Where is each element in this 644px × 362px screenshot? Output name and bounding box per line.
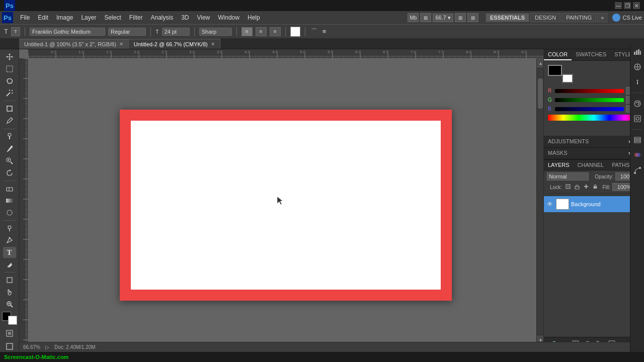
eyedropper-tool[interactable] bbox=[3, 115, 16, 126]
masks-icon[interactable] bbox=[632, 113, 643, 124]
menu-help[interactable]: Help bbox=[244, 13, 264, 23]
adjustments-tab[interactable]: ADJUSTMENTS bbox=[544, 136, 593, 147]
red-slider[interactable] bbox=[555, 89, 624, 93]
histogram-icon[interactable] bbox=[632, 46, 643, 57]
menu-view[interactable]: View bbox=[193, 13, 214, 23]
aa-method-select[interactable]: Sharp bbox=[199, 28, 232, 36]
tab-untitled1[interactable]: Untitled-1 @ 100% (3.5" x 2", RGB/8) ✕ bbox=[19, 39, 129, 49]
more-workspaces-button[interactable]: » bbox=[597, 13, 607, 22]
menu-file[interactable]: File bbox=[16, 13, 34, 23]
fg-bg-swatches[interactable] bbox=[548, 65, 573, 83]
layers-icon[interactable] bbox=[632, 135, 643, 146]
align-center-button[interactable]: ≡ bbox=[256, 27, 267, 36]
menu-select[interactable]: Select bbox=[100, 13, 125, 23]
lasso-tool[interactable] bbox=[3, 75, 16, 86]
warp-text-button[interactable]: ⌒ bbox=[310, 26, 318, 37]
vertical-scrollbar[interactable]: ▴ ▾ bbox=[536, 58, 543, 345]
document-canvas[interactable] bbox=[120, 110, 452, 301]
menu-window[interactable]: Window bbox=[214, 13, 244, 23]
zoom-tool[interactable] bbox=[3, 299, 16, 310]
canvas-area[interactable]: (function() { var svg = document.current… bbox=[19, 49, 543, 352]
minimize-button[interactable]: — bbox=[615, 2, 622, 9]
shape-tool[interactable] bbox=[3, 275, 16, 286]
fg-color-box[interactable] bbox=[548, 65, 562, 76]
canvas-inner[interactable] bbox=[131, 121, 441, 290]
info-icon[interactable] bbox=[632, 76, 643, 87]
tab-untitled2[interactable]: Untitled-2 @ 66.7% (CMYK/8) ✕ bbox=[129, 39, 220, 49]
clone-stamp-tool[interactable] bbox=[3, 155, 16, 166]
scroll-up-button[interactable]: ▴ bbox=[537, 58, 543, 68]
align-left-button[interactable]: ≡ bbox=[242, 27, 253, 36]
dodge-tool[interactable] bbox=[3, 223, 16, 234]
align-right-button[interactable]: ≡ bbox=[270, 27, 281, 36]
menu-image[interactable]: Image bbox=[52, 13, 77, 23]
screen-mode-button[interactable] bbox=[3, 341, 16, 352]
v-scroll-thumb[interactable] bbox=[538, 78, 543, 109]
crop-tool[interactable] bbox=[3, 103, 16, 114]
font-style-select[interactable]: Regular bbox=[108, 28, 146, 36]
color-swatches[interactable] bbox=[2, 312, 17, 325]
move-tool[interactable] bbox=[3, 51, 16, 62]
gradient-tool[interactable] bbox=[3, 195, 16, 206]
healing-tool[interactable] bbox=[3, 131, 16, 142]
toolbar-icon-3[interactable]: ⊞ bbox=[455, 13, 466, 22]
brush-tool[interactable] bbox=[3, 143, 16, 154]
swatches-tab[interactable]: SWATCHES bbox=[572, 49, 610, 60]
close-button[interactable]: ✕ bbox=[633, 2, 640, 9]
marquee-tool[interactable] bbox=[3, 63, 16, 74]
titlebar-controls[interactable]: — ❐ ✕ bbox=[615, 2, 640, 9]
blur-tool[interactable] bbox=[3, 207, 16, 218]
svg-text:4.0: 4.0 bbox=[245, 50, 251, 54]
blue-slider[interactable] bbox=[555, 107, 624, 111]
background-color[interactable] bbox=[8, 316, 17, 325]
layer-row-background[interactable]: 👁 Background 🔒 bbox=[544, 196, 644, 212]
paths-icon[interactable] bbox=[632, 165, 643, 176]
magic-wand-tool[interactable] bbox=[3, 87, 16, 99]
restore-button[interactable]: ❐ bbox=[624, 2, 631, 9]
green-slider[interactable] bbox=[555, 98, 624, 102]
design-button[interactable]: DESIGN bbox=[530, 13, 560, 22]
masks-tab[interactable]: MASKS bbox=[544, 148, 572, 159]
type-options-icon[interactable]: T bbox=[11, 27, 20, 36]
lock-all-icon[interactable] bbox=[592, 184, 598, 191]
history-brush-tool[interactable] bbox=[3, 167, 16, 178]
channels-icon[interactable] bbox=[632, 150, 643, 161]
menu-layer[interactable]: Layer bbox=[77, 13, 100, 23]
toolbar-icon-4[interactable]: ⊞ bbox=[467, 13, 478, 22]
lock-image-icon[interactable] bbox=[574, 184, 580, 191]
menu-filter[interactable]: Filter bbox=[125, 13, 147, 23]
menu-edit[interactable]: Edit bbox=[34, 13, 52, 23]
layers-tab[interactable]: LAYERS bbox=[544, 160, 574, 170]
quick-mask-button[interactable] bbox=[3, 328, 16, 339]
hand-tool[interactable] bbox=[3, 287, 16, 298]
font-size-select[interactable]: 24 pt bbox=[162, 28, 190, 36]
lock-position-icon[interactable] bbox=[583, 184, 589, 191]
font-family-select[interactable]: Franklin Gothic Medium bbox=[30, 28, 105, 36]
path-selection-tool[interactable] bbox=[3, 259, 16, 270]
tab-close-1[interactable]: ✕ bbox=[119, 41, 123, 47]
channels-tab[interactable]: CHANNEL bbox=[574, 160, 608, 170]
layer-visibility-icon[interactable]: 👁 bbox=[547, 201, 554, 208]
cs-live-button[interactable]: CS Live bbox=[622, 15, 642, 21]
color-tab[interactable]: COLOR bbox=[544, 49, 572, 60]
adjustments-icon[interactable] bbox=[632, 98, 643, 109]
menu-3d[interactable]: 3D bbox=[177, 13, 193, 23]
blend-mode-select[interactable]: Normal bbox=[547, 172, 589, 180]
toolbar-icon-1[interactable]: Mb bbox=[408, 13, 419, 22]
menu-analysis[interactable]: Analysis bbox=[146, 13, 177, 23]
tab-close-2[interactable]: ✕ bbox=[211, 41, 215, 47]
progress-arrow[interactable]: ▷ bbox=[45, 344, 49, 350]
character-panel-button[interactable]: ≡ bbox=[321, 27, 328, 36]
bg-color-box[interactable] bbox=[562, 74, 573, 83]
navigator-icon[interactable] bbox=[632, 61, 643, 72]
toolbar-icon-2[interactable]: ⊞ bbox=[420, 13, 431, 22]
pen-tool[interactable] bbox=[3, 235, 16, 246]
color-spectrum-bar[interactable] bbox=[548, 115, 640, 121]
essentials-button[interactable]: ESSENTIALS bbox=[486, 13, 529, 22]
painting-button[interactable]: PAINTING bbox=[561, 13, 596, 22]
eraser-tool[interactable] bbox=[3, 183, 16, 194]
text-color-swatch[interactable] bbox=[290, 27, 300, 37]
lock-transparent-icon[interactable] bbox=[565, 184, 571, 191]
zoom-select[interactable]: 66.7 ▾ bbox=[433, 14, 453, 22]
type-tool[interactable]: T bbox=[3, 247, 16, 258]
